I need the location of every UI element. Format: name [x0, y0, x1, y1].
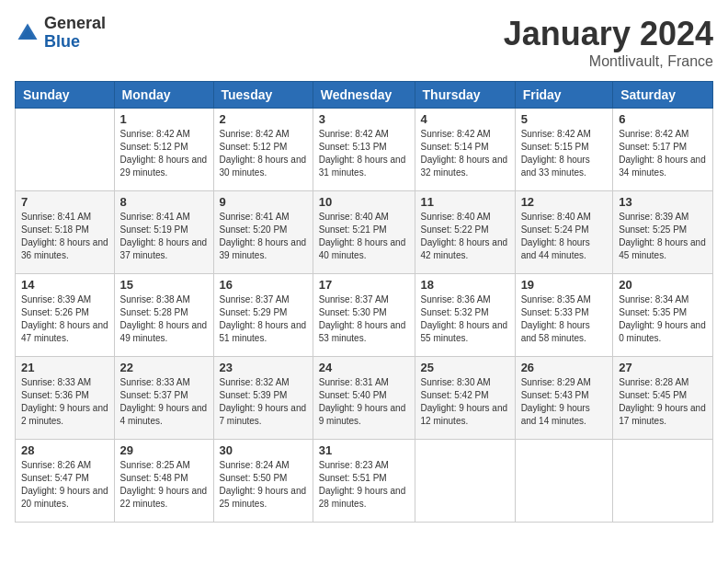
day-number: 1	[120, 112, 208, 126]
calendar-cell-w3-d0: 14Sunrise: 8:39 AM Sunset: 5:26 PM Dayli…	[16, 274, 115, 357]
day-number: 15	[120, 278, 208, 292]
calendar-cell-w5-d0: 28Sunrise: 8:26 AM Sunset: 5:47 PM Dayli…	[16, 440, 115, 523]
day-info: Sunrise: 8:23 AM Sunset: 5:51 PM Dayligh…	[319, 459, 409, 511]
day-info: Sunrise: 8:42 AM Sunset: 5:13 PM Dayligh…	[319, 128, 409, 179]
calendar-cell-w4-d1: 22Sunrise: 8:33 AM Sunset: 5:37 PM Dayli…	[114, 357, 213, 440]
day-number: 2	[220, 112, 307, 126]
day-info: Sunrise: 8:40 AM Sunset: 5:21 PM Dayligh…	[319, 211, 409, 262]
header-tuesday: Tuesday	[213, 82, 313, 109]
day-info: Sunrise: 8:31 AM Sunset: 5:40 PM Dayligh…	[319, 376, 409, 428]
day-info: Sunrise: 8:28 AM Sunset: 5:45 PM Dayligh…	[619, 376, 707, 428]
location-title: Montlivault, France	[504, 53, 713, 70]
day-info: Sunrise: 8:39 AM Sunset: 5:25 PM Dayligh…	[619, 211, 707, 262]
day-number: 17	[319, 278, 409, 292]
logo-general-text: General	[44, 15, 106, 33]
day-number: 23	[220, 361, 307, 374]
day-info: Sunrise: 8:35 AM Sunset: 5:33 PM Dayligh…	[521, 293, 608, 345]
calendar-cell-w5-d2: 30Sunrise: 8:24 AM Sunset: 5:50 PM Dayli…	[213, 440, 313, 523]
calendar-cell-w4-d5: 26Sunrise: 8:29 AM Sunset: 5:43 PM Dayli…	[515, 357, 613, 440]
calendar-cell-w2-d5: 12Sunrise: 8:40 AM Sunset: 5:24 PM Dayli…	[515, 191, 613, 274]
day-number: 12	[521, 195, 608, 209]
month-title: January 2024	[504, 15, 713, 53]
day-number: 28	[21, 443, 108, 457]
day-number: 16	[220, 278, 307, 292]
day-info: Sunrise: 8:40 AM Sunset: 5:24 PM Dayligh…	[521, 211, 608, 262]
day-number: 5	[521, 112, 608, 126]
header-thursday: Thursday	[415, 82, 515, 109]
day-info: Sunrise: 8:36 AM Sunset: 5:32 PM Dayligh…	[421, 293, 509, 345]
calendar-cell-w5-d3: 31Sunrise: 8:23 AM Sunset: 5:51 PM Dayli…	[313, 440, 415, 523]
day-info: Sunrise: 8:41 AM Sunset: 5:20 PM Dayligh…	[220, 211, 307, 262]
day-info: Sunrise: 8:39 AM Sunset: 5:26 PM Dayligh…	[21, 293, 108, 345]
day-number: 18	[421, 278, 509, 292]
calendar-cell-w4-d3: 24Sunrise: 8:31 AM Sunset: 5:40 PM Dayli…	[313, 357, 415, 440]
day-info: Sunrise: 8:30 AM Sunset: 5:42 PM Dayligh…	[421, 376, 509, 428]
calendar-cell-w5-d4	[415, 440, 515, 523]
calendar-cell-w3-d1: 15Sunrise: 8:38 AM Sunset: 5:28 PM Dayli…	[114, 274, 213, 357]
day-number: 3	[319, 112, 409, 126]
day-number: 13	[619, 195, 707, 209]
week-row-3: 14Sunrise: 8:39 AM Sunset: 5:26 PM Dayli…	[16, 274, 713, 357]
day-info: Sunrise: 8:41 AM Sunset: 5:19 PM Dayligh…	[120, 211, 208, 262]
header-saturday: Saturday	[613, 82, 713, 109]
day-number: 11	[421, 195, 509, 209]
calendar-cell-w1-d6: 6Sunrise: 8:42 AM Sunset: 5:17 PM Daylig…	[613, 109, 713, 191]
day-number: 9	[220, 195, 307, 209]
header-friday: Friday	[515, 82, 613, 109]
day-info: Sunrise: 8:40 AM Sunset: 5:22 PM Dayligh…	[421, 211, 509, 262]
day-info: Sunrise: 8:42 AM Sunset: 5:12 PM Dayligh…	[120, 128, 208, 179]
day-info: Sunrise: 8:29 AM Sunset: 5:43 PM Dayligh…	[521, 376, 608, 428]
day-number: 31	[319, 443, 409, 457]
calendar-cell-w1-d0	[16, 109, 115, 191]
day-info: Sunrise: 8:42 AM Sunset: 5:15 PM Dayligh…	[521, 128, 608, 179]
day-info: Sunrise: 8:26 AM Sunset: 5:47 PM Dayligh…	[21, 459, 108, 511]
week-row-1: 1Sunrise: 8:42 AM Sunset: 5:12 PM Daylig…	[16, 109, 713, 191]
day-info: Sunrise: 8:42 AM Sunset: 5:14 PM Dayligh…	[421, 128, 509, 179]
header: General Blue January 2024 Montlivault, F…	[15, 15, 713, 70]
day-number: 14	[21, 278, 108, 292]
calendar-cell-w4-d6: 27Sunrise: 8:28 AM Sunset: 5:45 PM Dayli…	[613, 357, 713, 440]
calendar-cell-w5-d6	[613, 440, 713, 523]
calendar-cell-w4-d4: 25Sunrise: 8:30 AM Sunset: 5:42 PM Dayli…	[415, 357, 515, 440]
week-row-2: 7Sunrise: 8:41 AM Sunset: 5:18 PM Daylig…	[16, 191, 713, 274]
calendar-cell-w1-d4: 4Sunrise: 8:42 AM Sunset: 5:14 PM Daylig…	[415, 109, 515, 191]
week-row-4: 21Sunrise: 8:33 AM Sunset: 5:36 PM Dayli…	[16, 357, 713, 440]
day-info: Sunrise: 8:32 AM Sunset: 5:39 PM Dayligh…	[220, 376, 307, 428]
day-number: 7	[21, 195, 108, 209]
calendar-cell-w1-d2: 2Sunrise: 8:42 AM Sunset: 5:12 PM Daylig…	[213, 109, 313, 191]
day-info: Sunrise: 8:38 AM Sunset: 5:28 PM Dayligh…	[120, 293, 208, 345]
calendar-cell-w4-d2: 23Sunrise: 8:32 AM Sunset: 5:39 PM Dayli…	[213, 357, 313, 440]
header-wednesday: Wednesday	[313, 82, 415, 109]
calendar-cell-w2-d0: 7Sunrise: 8:41 AM Sunset: 5:18 PM Daylig…	[16, 191, 115, 274]
calendar-cell-w3-d2: 16Sunrise: 8:37 AM Sunset: 5:29 PM Dayli…	[213, 274, 313, 357]
day-info: Sunrise: 8:24 AM Sunset: 5:50 PM Dayligh…	[220, 459, 307, 511]
day-info: Sunrise: 8:42 AM Sunset: 5:12 PM Dayligh…	[220, 128, 307, 179]
calendar-cell-w4-d0: 21Sunrise: 8:33 AM Sunset: 5:36 PM Dayli…	[16, 357, 115, 440]
logo-text: General Blue	[44, 15, 106, 52]
day-number: 30	[220, 443, 307, 457]
day-number: 27	[619, 361, 707, 374]
logo-icon	[15, 20, 40, 46]
calendar-cell-w3-d5: 19Sunrise: 8:35 AM Sunset: 5:33 PM Dayli…	[515, 274, 613, 357]
calendar-cell-w2-d6: 13Sunrise: 8:39 AM Sunset: 5:25 PM Dayli…	[613, 191, 713, 274]
day-number: 20	[619, 278, 707, 292]
day-number: 29	[120, 443, 208, 457]
day-info: Sunrise: 8:33 AM Sunset: 5:36 PM Dayligh…	[21, 376, 108, 428]
calendar-cell-w5-d1: 29Sunrise: 8:25 AM Sunset: 5:48 PM Dayli…	[114, 440, 213, 523]
day-info: Sunrise: 8:37 AM Sunset: 5:29 PM Dayligh…	[220, 293, 307, 345]
calendar-cell-w2-d4: 11Sunrise: 8:40 AM Sunset: 5:22 PM Dayli…	[415, 191, 515, 274]
calendar-cell-w3-d4: 18Sunrise: 8:36 AM Sunset: 5:32 PM Dayli…	[415, 274, 515, 357]
day-info: Sunrise: 8:34 AM Sunset: 5:35 PM Dayligh…	[619, 293, 707, 345]
calendar-table: Sunday Monday Tuesday Wednesday Thursday…	[15, 81, 713, 523]
calendar-cell-w3-d3: 17Sunrise: 8:37 AM Sunset: 5:30 PM Dayli…	[313, 274, 415, 357]
day-info: Sunrise: 8:37 AM Sunset: 5:30 PM Dayligh…	[319, 293, 409, 345]
logo-blue-text: Blue	[44, 33, 106, 52]
header-monday: Monday	[114, 82, 213, 109]
day-info: Sunrise: 8:33 AM Sunset: 5:37 PM Dayligh…	[120, 376, 208, 428]
day-number: 24	[319, 361, 409, 374]
day-number: 10	[319, 195, 409, 209]
weekday-header-row: Sunday Monday Tuesday Wednesday Thursday…	[16, 82, 713, 109]
day-number: 8	[120, 195, 208, 209]
day-number: 22	[120, 361, 208, 374]
day-number: 6	[619, 112, 707, 126]
